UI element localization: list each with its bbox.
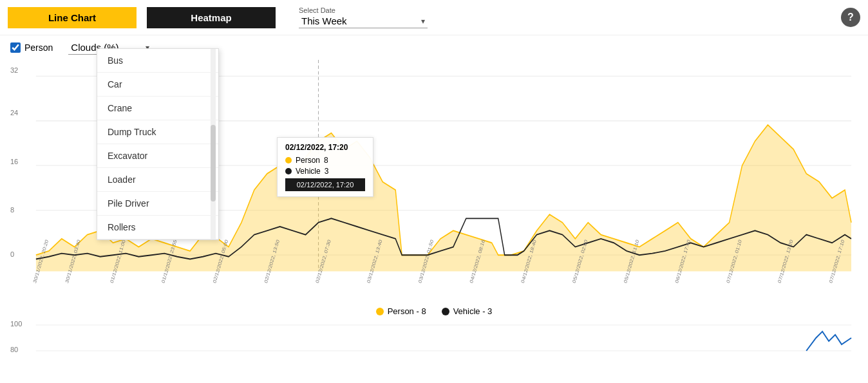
person-checkbox-label[interactable]: Person	[10, 42, 53, 53]
y-label-24: 24	[10, 109, 18, 117]
dropdown-item-pile-driver[interactable]: Pile Driver	[97, 192, 218, 216]
y-label-8: 8	[10, 206, 14, 214]
chart-tooltip: 02/12/2022, 17:20 Person 8 Vehicle 3 02/…	[277, 137, 373, 197]
person-checkbox[interactable]	[10, 42, 21, 53]
dropdown-scrollbar-thumb[interactable]	[211, 125, 216, 201]
help-button[interactable]: ?	[841, 8, 860, 27]
y-label-16: 16	[10, 158, 18, 165]
tooltip-vehicle: Vehicle 3	[285, 167, 365, 176]
dropdown-scrollbar-track	[211, 49, 216, 239]
heatmap-button[interactable]: Heatmap	[147, 7, 276, 28]
chart-legend: Person - 8 Vehicle - 3	[0, 304, 868, 319]
person-label: Person	[24, 42, 53, 53]
tooltip-title: 02/12/2022, 17:20	[285, 143, 365, 152]
tooltip-person-label: Person	[296, 156, 320, 165]
legend-vehicle: Vehicle - 3	[442, 306, 493, 316]
tooltip-vehicle-value: 3	[325, 167, 329, 176]
dropdown-item-excavator[interactable]: Excavator	[97, 144, 218, 168]
legend-vehicle-dot	[442, 308, 449, 315]
category-dropdown: Bus Car Crane Dump Truck Excavator Loade…	[97, 48, 219, 240]
dropdown-item-loader[interactable]: Loader	[97, 168, 218, 192]
dropdown-item-car[interactable]: Car	[97, 73, 218, 97]
legend-person-dot	[376, 308, 384, 315]
date-select-group: Select Date This Week Last Week This Mon…	[299, 6, 428, 28]
legend-vehicle-label: Vehicle - 3	[453, 306, 493, 316]
bottom-y-100: 100	[10, 320, 22, 328]
date-select-label: Select Date	[299, 6, 428, 14]
date-select-wrapper: This Week Last Week This Month	[299, 14, 428, 28]
top-bar: Line Chart Heatmap Select Date This Week…	[0, 0, 868, 35]
bottom-y-80: 80	[10, 346, 18, 353]
line-chart-button[interactable]: Line Chart	[8, 7, 137, 28]
tooltip-vehicle-dot	[285, 168, 292, 174]
dropdown-item-crane[interactable]: Crane	[97, 97, 218, 120]
legend-person: Person - 8	[376, 306, 426, 316]
y-label-32: 32	[10, 66, 18, 74]
tooltip-footer: 02/12/2022, 17:20	[285, 178, 365, 191]
dropdown-item-dump-truck[interactable]: Dump Truck	[97, 120, 218, 144]
y-label-0: 0	[10, 250, 14, 258]
date-select[interactable]: This Week Last Week This Month	[299, 14, 428, 28]
dropdown-item-bus[interactable]: Bus	[97, 49, 218, 73]
bottom-chart-svg	[10, 319, 858, 377]
legend-person-label: Person - 8	[388, 306, 426, 316]
tooltip-person-value: 8	[324, 156, 328, 165]
tooltip-vehicle-label: Vehicle	[296, 167, 321, 176]
bottom-chart: 100 80	[0, 319, 868, 383]
dropdown-item-rollers[interactable]: Rollers	[97, 216, 218, 239]
tooltip-person-dot	[285, 157, 292, 163]
tooltip-person: Person 8	[285, 156, 365, 165]
